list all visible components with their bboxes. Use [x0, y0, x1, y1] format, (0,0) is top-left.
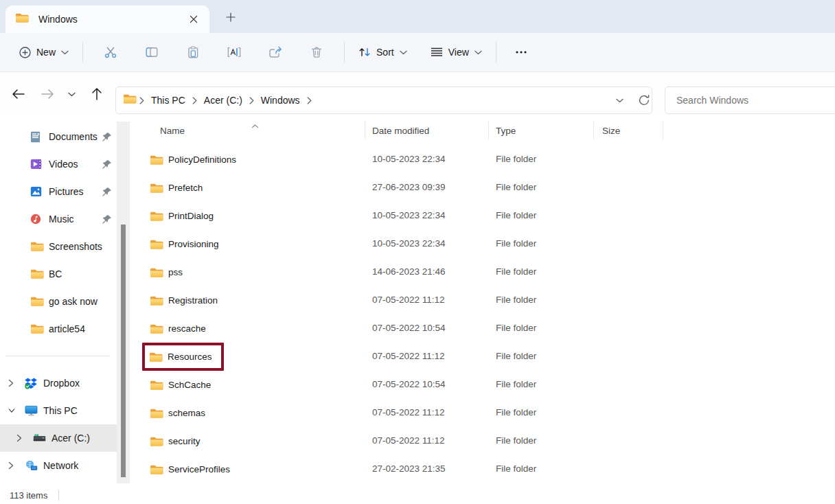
sidebar-item-music[interactable]: Music [0, 205, 117, 233]
file-row-rescache[interactable]: rescache07-05-2022 10:54File folder [135, 314, 835, 343]
file-name: PrintDialog [168, 211, 214, 221]
column-divider[interactable] [488, 122, 489, 139]
file-row-resources[interactable]: Resources07-05-2022 11:12File folder [135, 343, 835, 371]
sidebar-item-label: Dropbox [43, 378, 80, 389]
videos-icon [30, 158, 44, 170]
sidebar-item-article54[interactable]: article54 [0, 315, 117, 343]
sidebar-item-acer-c[interactable]: Acer (C:) [0, 424, 117, 452]
up-button[interactable] [84, 81, 110, 107]
column-header-name[interactable]: Name [160, 126, 185, 136]
sidebar-item-pictures[interactable]: Pictures [0, 178, 117, 205]
file-row-schcache[interactable]: SchCache07-05-2022 10:54File folder [135, 371, 835, 399]
file-name-cell: PolicyDefinitions [144, 146, 242, 174]
folder-icon [150, 183, 163, 194]
recent-locations-button[interactable] [62, 81, 81, 107]
tab-windows[interactable]: Windows [5, 5, 209, 33]
file-row-provisioning[interactable]: Provisioning10-05-2023 22:34File folder [135, 230, 835, 258]
sidebar-item-network[interactable]: Network [0, 452, 117, 479]
cut-button[interactable] [95, 39, 126, 65]
back-button[interactable] [5, 81, 32, 107]
toolbar-divider [496, 42, 496, 62]
file-type: File folder [496, 238, 536, 249]
paste-button[interactable] [178, 39, 208, 65]
status-bar: 113 items [0, 486, 835, 504]
file-row-pss[interactable]: pss14-06-2023 21:46File folder [135, 258, 835, 286]
column-header-type[interactable]: Type [496, 126, 516, 136]
close-tab-button[interactable] [185, 10, 203, 28]
pin-icon [102, 132, 112, 141]
column-header-size[interactable]: Size [602, 126, 620, 136]
sidebar-scrollbar-track[interactable] [117, 122, 130, 483]
file-row-security[interactable]: security07-05-2022 11:12File folder [135, 427, 835, 455]
file-list: Name Date modified Type Size PolicyDefin… [135, 116, 835, 486]
column-divider[interactable] [365, 122, 365, 139]
column-headers: Name Date modified Type Size [135, 116, 835, 146]
rename-button[interactable] [219, 39, 249, 65]
file-row-policydefinitions[interactable]: PolicyDefinitions10-05-2023 22:34File fo… [135, 146, 835, 174]
file-date-modified: 07-05-2022 10:54 [372, 379, 446, 389]
search-input[interactable] [675, 94, 835, 106]
chevron-right-icon[interactable] [8, 461, 15, 470]
file-name: Provisioning [168, 239, 219, 249]
folder-icon [150, 464, 163, 475]
breadcrumb-item-acer-c[interactable]: Acer (C:) [200, 92, 247, 108]
file-row-prefetch[interactable]: Prefetch27-06-2023 09:39File folder [135, 174, 835, 202]
chevron-down-icon[interactable] [8, 408, 15, 413]
breadcrumb-item-windows[interactable]: Windows [257, 92, 304, 108]
sidebar-item-dropbox[interactable]: Dropbox [0, 369, 117, 397]
file-name-cell: security [144, 427, 206, 455]
breadcrumb-chevron-icon[interactable] [304, 97, 314, 104]
forward-button[interactable] [34, 81, 60, 107]
sidebar-item-documents[interactable]: Documents [0, 123, 117, 150]
chevron-right-icon[interactable] [16, 434, 23, 442]
file-row-registration[interactable]: Registration07-05-2022 11:12File folder [135, 286, 835, 314]
file-name-cell: schemas [144, 399, 211, 427]
location-folder-icon [123, 93, 137, 107]
copy-button[interactable] [137, 39, 167, 65]
column-header-date-modified[interactable]: Date modified [372, 126, 429, 136]
file-type: File folder [496, 182, 536, 192]
tab-label: Windows [38, 14, 78, 25]
file-row-schemas[interactable]: schemas07-05-2022 11:12File folder [135, 399, 835, 427]
sidebar-scrollbar-thumb[interactable] [121, 225, 126, 477]
view-icon [431, 47, 443, 57]
sidebar-item-go-ask-now[interactable]: go ask now [0, 288, 117, 315]
address-dropdown-button[interactable] [609, 87, 630, 113]
sidebar-item-videos[interactable]: Videos [0, 150, 117, 178]
sidebar-item-bc[interactable]: BC [0, 260, 117, 288]
breadcrumb-chevron-icon[interactable] [137, 97, 147, 104]
view-button[interactable]: View [424, 41, 489, 63]
file-date-modified: 14-06-2023 21:46 [372, 266, 446, 277]
folder-icon [150, 380, 163, 391]
folder-icon [150, 154, 163, 165]
file-row-printdialog[interactable]: PrintDialog10-05-2023 22:34File folder [135, 202, 835, 230]
sort-button[interactable]: Sort [352, 41, 414, 63]
address-bar[interactable]: This PCAcer (C:)Windows [115, 87, 652, 114]
chevron-right-icon[interactable] [8, 379, 15, 387]
column-divider[interactable] [663, 122, 663, 139]
sidebar-item-screenshots[interactable]: Screenshots [0, 233, 117, 260]
sidebar-item-label: Music [49, 214, 74, 225]
share-button[interactable] [260, 39, 290, 65]
folder-icon [30, 268, 44, 280]
new-tab-button[interactable] [221, 8, 240, 26]
sidebar-item-this-pc[interactable]: This PC [0, 397, 117, 424]
search-box[interactable] [665, 87, 835, 114]
folder-icon [30, 323, 44, 335]
new-button-label: New [36, 47, 56, 58]
pictures-icon [30, 185, 44, 198]
new-button[interactable]: New [12, 41, 76, 64]
delete-button[interactable] [301, 39, 332, 65]
network-icon [25, 459, 38, 472]
column-divider[interactable] [593, 122, 594, 139]
see-more-button[interactable] [507, 39, 535, 65]
file-type: File folder [496, 266, 536, 277]
breadcrumb-chevron-icon[interactable] [247, 97, 257, 104]
refresh-button[interactable] [632, 87, 656, 113]
breadcrumb-item-this-pc[interactable]: This PC [147, 92, 190, 108]
file-row-serviceprofiles[interactable]: ServiceProfiles27-02-2023 21:35File fold… [135, 455, 835, 483]
sidebar-item-label: article54 [49, 323, 85, 334]
sidebar-item-label: This PC [43, 405, 78, 416]
breadcrumb-chevron-icon[interactable] [190, 97, 200, 104]
file-type: File folder [496, 154, 536, 164]
